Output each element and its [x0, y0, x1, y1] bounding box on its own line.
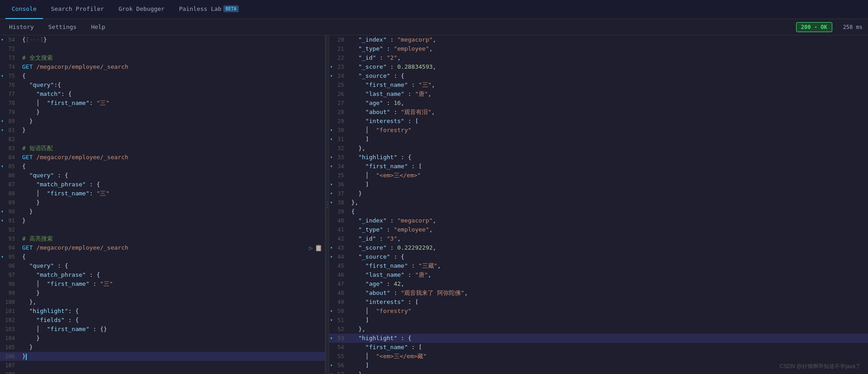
line-content: "first_name" : [ [349, 162, 868, 171]
line-content: { [20, 252, 325, 261]
table-row: 54 "first_name" : [ [329, 343, 868, 352]
table-row: 27 "age" : 16, [329, 99, 868, 108]
line-content: } [20, 126, 325, 135]
panel-divider[interactable]: ⋮ [326, 35, 329, 374]
line-num: 101 [0, 307, 20, 316]
run-button[interactable]: ▷ [309, 243, 313, 252]
line-content: {[···]} [20, 35, 325, 44]
line-num: 48 [329, 289, 349, 298]
line-content: "about" : "观音我来了 阿弥陀佛", [349, 289, 868, 298]
table-row: 83 # 短语匹配 [0, 144, 325, 153]
table-row: 29 "interests" : [ [329, 117, 868, 126]
table-row: 48 "about" : "观音我来了 阿弥陀佛", [329, 289, 868, 298]
line-content: │ "first_name" : "三" [20, 279, 325, 289]
table-row: 92 [0, 225, 325, 234]
table-row: ▾44 "_source" : { [329, 252, 868, 261]
table-row: ▾38 }, [329, 198, 868, 207]
line-content: } [20, 289, 325, 298]
line-content: "age" : 16, [349, 99, 868, 108]
line-num: ▾37 [329, 189, 349, 198]
response-code: 20 "_index" : "megacorp", 21 "_type" : "… [329, 35, 868, 374]
line-content: "match_phrase" : { [20, 270, 325, 279]
table-row: ▾54 {[···]} [0, 35, 325, 44]
line-content: "highlight" : { [349, 153, 868, 162]
line-num: 27 [329, 99, 349, 108]
line-content: }, [20, 298, 325, 307]
table-row: ▾80 } [0, 117, 325, 126]
table-row: 55 │ "<em>三</em>藏" [329, 352, 868, 361]
tab-console[interactable]: Console [5, 0, 43, 19]
table-row: ▾50 │ "forestry" [329, 307, 868, 316]
top-nav: Console Search Profiler Grok Debugger Pa… [0, 0, 868, 19]
line-num: 100 [0, 298, 20, 307]
editor-panel[interactable]: ▾54 {[···]} 72 73 # 全文搜索 74 GET /megacor… [0, 35, 326, 374]
line-num: 42 [329, 234, 349, 243]
main-content: ▾54 {[···]} 72 73 # 全文搜索 74 GET /megacor… [0, 35, 868, 374]
table-row: ▾90 } [0, 207, 325, 216]
table-row: 96 "query" : { [0, 261, 325, 270]
table-row: 107 [0, 361, 325, 370]
line-content: { [349, 207, 868, 216]
line-num: 47 [329, 279, 349, 289]
table-row: 42 "_id" : "3", [329, 234, 868, 243]
table-row: ▾31 ] [329, 135, 868, 144]
line-num: 87 [0, 180, 20, 189]
table-row: 77 "match": { [0, 90, 325, 99]
line-num: 77 [0, 90, 20, 99]
line-num: 106 [0, 352, 20, 361]
line-num: 83 [0, 144, 20, 153]
line-num: 45 [329, 261, 349, 270]
line-content: "interests" : [ [349, 298, 868, 307]
line-num: ▾36 [329, 180, 349, 189]
line-content: } [20, 216, 325, 225]
tab-painless-lab[interactable]: Painless Lab BETA [173, 0, 245, 19]
line-num: ▾23 [329, 62, 349, 71]
table-row: ▾51 ] [329, 316, 868, 325]
line-content: "_type" : "employee", [349, 225, 868, 234]
line-num: 55 [329, 352, 349, 361]
table-row: ▾43 "_score" : 0.22292292, [329, 243, 868, 252]
table-row: 25 "first_name" : "三", [329, 80, 868, 90]
history-button[interactable]: History [5, 22, 38, 32]
line-num: 49 [329, 298, 349, 307]
tab-grok-debugger[interactable]: Grok Debugger [112, 0, 171, 19]
line-num: ▾38 [329, 198, 349, 207]
line-content: "match_phrase" : { [20, 180, 325, 189]
line-num: 25 [329, 80, 349, 90]
line-num: ▾43 [329, 243, 349, 252]
line-content: # 高亮搜索 [20, 234, 325, 243]
line-content: { [20, 71, 325, 80]
line-num: 35 [329, 171, 349, 180]
table-row: 26 "last_name" : "唐", [329, 90, 868, 99]
settings-button[interactable]: Settings [45, 22, 80, 32]
copy-button[interactable]: 📋 [315, 243, 322, 252]
line-num: 96 [0, 261, 20, 270]
watermark: CSDN @好饿啊早知道不学java了 [779, 363, 861, 370]
help-button[interactable]: Help [87, 22, 108, 32]
table-row: 104 } [0, 334, 325, 343]
line-num: 104 [0, 334, 20, 343]
line-content: # 全文搜索 [20, 53, 325, 62]
line-num: 22 [329, 53, 349, 62]
table-row: 106 } [0, 352, 325, 361]
line-content: │ "<em>三</em>藏" [349, 352, 868, 361]
editor-code: ▾54 {[···]} 72 73 # 全文搜索 74 GET /megacor… [0, 35, 325, 374]
response-time: 258 ms [843, 24, 863, 30]
line-num: ▾75 [0, 71, 20, 80]
line-content: # 短语匹配 [20, 144, 325, 153]
line-num: 78 [0, 99, 20, 108]
line-num: ▾31 [329, 135, 349, 144]
line-num: 21 [329, 44, 349, 53]
table-row: 82 [0, 135, 325, 144]
line-content: "_score" : 0.22292292, [349, 243, 868, 252]
line-num: 93 [0, 234, 20, 243]
table-row: 84 GET /megacorp/employee/_search [0, 153, 325, 162]
line-content: "query" : { [20, 261, 325, 270]
tab-search-profiler[interactable]: Search Profiler [45, 0, 110, 19]
response-panel[interactable]: 20 "_index" : "megacorp", 21 "_type" : "… [329, 35, 868, 374]
line-content: │ "forestry" [349, 307, 868, 316]
line-content: "first_name" : "三藏", [349, 261, 868, 270]
table-row: ▾37 } [329, 189, 868, 198]
line-num: 54 [329, 343, 349, 352]
line-actions[interactable]: ▷ 📋 [309, 243, 325, 252]
